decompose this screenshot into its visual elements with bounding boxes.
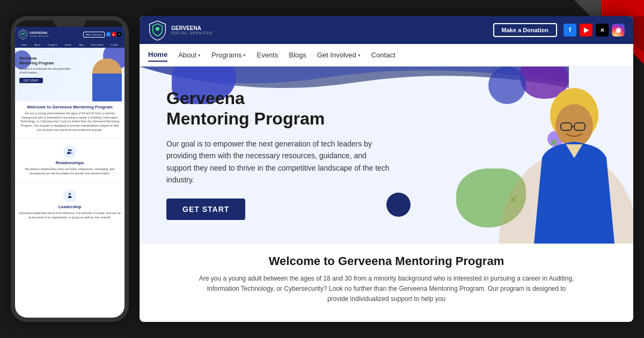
menu-item-blogs[interactable]: Blogs — [289, 49, 306, 61]
svg-point-2 — [70, 150, 72, 152]
mobile-donate-button[interactable]: Make a Donation — [83, 32, 105, 38]
browser-youtube-icon[interactable]: ▶ — [580, 24, 592, 36]
browser-donate-button[interactable]: Make a Donation — [493, 23, 557, 37]
mobile-hero-subtitle: Our goal is to empower the next generati… — [19, 67, 73, 74]
mobile-relationships-title: Relationships — [18, 160, 121, 165]
hero-title: GerveenaMentoring Program — [166, 88, 392, 129]
svg-point-1 — [68, 150, 70, 152]
mobile-social-icons: f ▶ ✕ — [106, 32, 121, 36]
mobile-leadership-title: Leadership — [18, 204, 121, 209]
browser-menu-bar: Home About ▾ Programs ▾ Events Blogs Get… — [140, 44, 633, 67]
browser-logo-text: GERVEENA SOCIAL SERVICES — [171, 25, 213, 35]
mobile-nav-links: Home About Programs Events Blog Get Invo… — [15, 42, 125, 48]
svg-point-0 — [22, 33, 24, 34]
mobile-youtube-icon[interactable]: ▶ — [112, 32, 116, 36]
browser-twitter-icon[interactable]: ✕ — [596, 24, 609, 36]
menu-item-programs[interactable]: Programs ▾ — [211, 49, 246, 61]
mobile-nav: GERVEENA SOCIAL SERVICES Make a Donation… — [15, 27, 125, 42]
welcome-title: Welcome to Gerveena Mentoring Program — [161, 254, 612, 268]
browser-nav-right: Make a Donation f ▶ ✕ ◉ — [493, 23, 625, 37]
mobile-relationships-text: We believe relationships (how we foster … — [18, 167, 121, 175]
mobile-get-start-button[interactable]: GET START — [19, 78, 43, 83]
main-container: GERVEENA SOCIAL SERVICES Make a Donation… — [11, 16, 633, 322]
mobile-mockup: GERVEENA SOCIAL SERVICES Make a Donation… — [11, 16, 129, 322]
hero-cta-button[interactable]: GET START — [166, 199, 245, 220]
leadership-icon-circle — [63, 189, 76, 202]
menu-item-home[interactable]: Home — [148, 48, 167, 62]
mobile-facebook-icon[interactable]: f — [106, 32, 111, 36]
mobile-hero-section: GerveenaMentoring Program Our goal is to… — [15, 48, 125, 101]
people-icon — [66, 148, 74, 156]
browser-nav: GERVEENA SOCIAL SERVICES Make a Donation… — [140, 16, 633, 44]
hero-person-illustration — [462, 72, 633, 244]
hero-content: GerveenaMentoring Program Our goal is to… — [166, 88, 392, 220]
hero-person-svg — [462, 72, 633, 244]
browser-facebook-icon[interactable]: f — [564, 24, 576, 36]
welcome-text: Are you a young adult between the ages o… — [199, 274, 574, 305]
mobile-hero-person — [92, 58, 122, 101]
mobile-welcome-title: Welcome to Gerveena Mentoring Program — [18, 105, 121, 109]
mobile-leadership-text: Gerveena leadership stems from influence… — [18, 211, 121, 219]
mobile-welcome-section: Welcome to Gerveena Mentoring Program Ar… — [15, 101, 125, 135]
menu-item-get-involved[interactable]: Get Involved ▾ — [317, 49, 361, 61]
relationships-icon-circle — [63, 145, 76, 158]
browser-social-icons: f ▶ ✕ ◉ — [564, 24, 625, 36]
mobile-logo: GERVEENA SOCIAL SERVICES — [18, 29, 49, 40]
mobile-hero-title: GerveenaMentoring Program — [19, 56, 73, 65]
programs-chevron-icon: ▾ — [243, 53, 246, 58]
mobile-twitter-icon[interactable]: ✕ — [117, 32, 121, 36]
menu-item-contact[interactable]: Contact — [371, 49, 396, 61]
get-involved-chevron-icon: ▾ — [358, 53, 361, 58]
mobile-leadership-section: Leadership Gerveena leadership stems fro… — [15, 186, 125, 223]
mobile-logo-text: GERVEENA SOCIAL SERVICES — [30, 31, 49, 38]
browser-logo: GERVEENA SOCIAL SERVICES — [148, 19, 213, 41]
browser-hero-section: ✕ ✕ GerveenaMentoring Program Our goal i… — [140, 67, 633, 244]
hero-subtitle: Our goal is to empower the next generati… — [166, 138, 392, 186]
menu-item-events[interactable]: Events — [257, 49, 278, 61]
mobile-welcome-text: Are you a young adult between the ages o… — [18, 112, 121, 132]
menu-item-about[interactable]: About ▾ — [178, 49, 201, 61]
mobile-screen: GERVEENA SOCIAL SERVICES Make a Donation… — [15, 27, 125, 318]
browser-welcome-section: Welcome to Gerveena Mentoring Program Ar… — [140, 244, 633, 315]
browser-shield-icon — [148, 19, 167, 41]
mobile-relationships-section: Relationships We believe relationships (… — [15, 142, 125, 179]
mobile-hero-text: GerveenaMentoring Program Our goal is to… — [19, 56, 73, 84]
browser-instagram-icon[interactable]: ◉ — [612, 24, 625, 36]
desktop-browser: GERVEENA SOCIAL SERVICES Make a Donation… — [140, 16, 633, 322]
svg-point-4 — [156, 27, 159, 31]
about-chevron-icon: ▾ — [198, 53, 201, 58]
leadership-icon — [66, 192, 74, 200]
mobile-notch — [54, 20, 86, 27]
mobile-shield-icon — [18, 29, 28, 40]
